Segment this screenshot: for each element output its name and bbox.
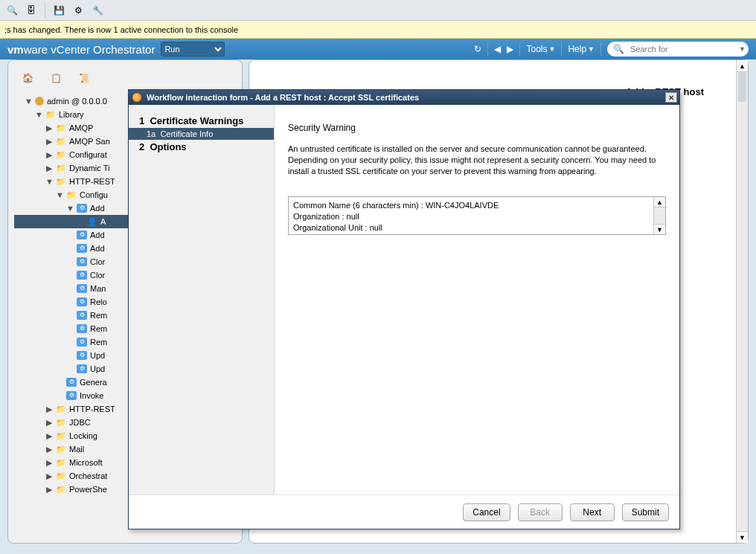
certificate-info-text: Common Name (6 characters min) : WIN-C4J… <box>289 197 665 235</box>
submit-button[interactable]: Submit <box>622 503 669 521</box>
workflow-icon: ⚙ <box>77 231 87 239</box>
workflow-dialog: Workflow interaction form - Add a REST h… <box>128 89 680 529</box>
next-button[interactable]: Next <box>570 503 615 521</box>
right-panel-scrollbar[interactable]: ▲ ▼ <box>736 60 748 543</box>
folder-icon: 📁 <box>56 456 66 469</box>
folder-icon: 📁 <box>56 121 66 135</box>
folder-icon: 📁 <box>56 429 66 442</box>
tools-menu[interactable]: Tools ▼ <box>526 44 555 54</box>
folder-icon: 📁 <box>56 402 66 416</box>
folder-icon: 📁 <box>56 416 66 429</box>
back-button: Back <box>518 503 563 521</box>
toolbar-separator <box>45 3 45 18</box>
form-body-text: An untrusted certificate is installed on… <box>288 144 666 177</box>
workflow-icon: ⚙ <box>77 324 87 333</box>
work-area: 🏠 📋 📜 ▼admin @ 0.0.0.0 ▼📁Library ▶📁AMQP … <box>0 59 756 554</box>
close-icon[interactable]: ✕ <box>665 92 677 103</box>
find-icon[interactable]: 🔍 <box>4 3 19 18</box>
search-icon: 🔍 <box>613 44 624 54</box>
nav-back-icon[interactable]: ◀ <box>494 44 501 54</box>
dialog-form: Security Warning An untrusted certificat… <box>275 105 679 495</box>
folder-icon: 📁 <box>45 108 56 121</box>
workflow-icon: ⚙ <box>66 378 77 387</box>
floppy-icon[interactable]: 💾 <box>51 3 66 18</box>
folder-icon: 📁 <box>56 483 66 496</box>
header-separator <box>519 42 520 56</box>
app-header: vmware vCenter Orchestrator Run ↻ ◀ ▶ To… <box>0 39 756 59</box>
wizard-substep-selected[interactable]: 1a Certificate Info <box>129 128 274 140</box>
workflow-icon: ⚙ <box>77 271 87 280</box>
wizard-step[interactable]: 2 Options <box>129 140 274 154</box>
help-menu[interactable]: Help ▼ <box>568 44 595 54</box>
user-icon <box>35 97 44 106</box>
brand: vmware vCenter Orchestrator <box>7 43 155 56</box>
refresh-icon[interactable]: ↻ <box>474 44 481 54</box>
cancel-button[interactable]: Cancel <box>463 503 510 521</box>
db-icon[interactable]: 🗄 <box>24 3 39 18</box>
gear-icon[interactable]: ⚙ <box>71 3 86 18</box>
dialog-orb-icon <box>132 92 142 103</box>
top-toolbar: 🔍 🗄 💾 ⚙ 🔧 <box>0 0 756 21</box>
folder-icon: 📁 <box>66 188 77 202</box>
workflow-icon: ⚙ <box>77 244 87 253</box>
workflow-icon: ⚙ <box>77 311 87 320</box>
workflow-icon: ⚙ <box>77 364 87 373</box>
dialog-title-text: Workflow interaction form - Add a REST h… <box>147 93 419 102</box>
nav-fwd-icon[interactable]: ▶ <box>507 44 513 54</box>
search-box[interactable]: 🔍 ▼ <box>607 42 749 57</box>
clipboard-icon[interactable]: 📋 <box>47 69 65 87</box>
dialog-titlebar[interactable]: Workflow interaction form - Add a REST h… <box>129 90 679 105</box>
wizard-steps: 1 Certificate Warnings 1a Certificate In… <box>129 105 275 495</box>
wizard-step[interactable]: 1 Certificate Warnings <box>129 114 274 128</box>
search-input[interactable] <box>629 44 734 54</box>
certificate-scrollbar[interactable]: ▲ ▼ <box>653 197 665 234</box>
dialog-buttons: Cancel Back Next Submit <box>129 495 679 529</box>
form-heading: Security Warning <box>288 123 666 133</box>
scroll-down-icon[interactable]: ▼ <box>654 224 665 234</box>
header-separator <box>487 42 488 56</box>
notification-text: ;s has changed. There is now 1 active co… <box>4 25 238 34</box>
workflow-icon: ⚙ <box>77 204 87 213</box>
mode-select[interactable]: Run <box>161 42 225 57</box>
folder-icon: 📁 <box>56 148 66 161</box>
folder-icon: 📁 <box>56 469 66 483</box>
folder-icon: 📁 <box>56 135 66 148</box>
header-separator <box>600 42 601 56</box>
workflow-icon: ⚙ <box>77 351 87 360</box>
workflow-icon: ⚙ <box>77 338 87 347</box>
notification-bar: ;s has changed. There is now 1 active co… <box>0 21 756 39</box>
wrench-icon[interactable]: 🔧 <box>90 3 105 18</box>
workflow-icon: ⚙ <box>77 284 87 293</box>
scroll-down-icon[interactable]: ▼ <box>737 531 748 543</box>
home-icon[interactable]: 🏠 <box>19 69 36 87</box>
user-run-icon: 👤 <box>87 215 97 228</box>
dialog-body: 1 Certificate Warnings 1a Certificate In… <box>129 105 679 495</box>
scroll-icon[interactable]: 📜 <box>75 69 93 87</box>
header-separator <box>561 42 562 56</box>
scrollbar-thumb[interactable] <box>738 72 746 102</box>
workflow-icon: ⚙ <box>77 257 87 266</box>
certificate-info-box: Common Name (6 characters min) : WIN-C4J… <box>288 196 666 235</box>
workflow-icon: ⚙ <box>66 391 77 400</box>
search-dropdown-icon[interactable]: ▼ <box>739 45 746 53</box>
folder-icon: 📁 <box>56 175 66 188</box>
folder-icon: 📁 <box>56 442 66 456</box>
workflow-icon: ⚙ <box>77 297 87 306</box>
scroll-up-icon[interactable]: ▲ <box>737 60 748 72</box>
folder-icon: 📁 <box>56 161 66 175</box>
scroll-up-icon[interactable]: ▲ <box>654 197 665 207</box>
